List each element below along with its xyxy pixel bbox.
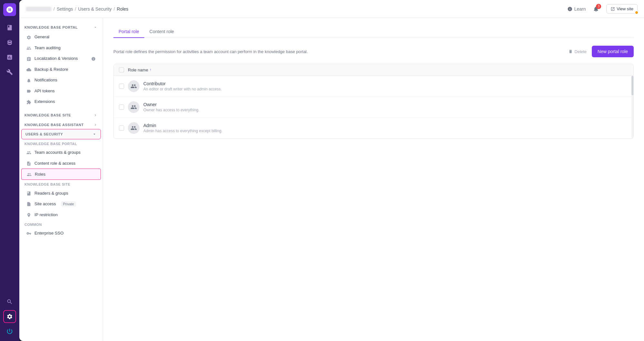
view-site-button[interactable]: View site bbox=[606, 4, 638, 14]
sidebar-item-team-auditing[interactable]: Team auditing bbox=[21, 42, 101, 53]
notification-badge: 3 bbox=[596, 4, 601, 9]
table-row[interactable]: Owner Owner has access to everything. bbox=[114, 97, 633, 118]
sidebar-item-notifications[interactable]: Notifications bbox=[21, 75, 101, 86]
ip-restriction-label: IP restriction bbox=[34, 212, 58, 217]
delete-label: Delete bbox=[574, 49, 587, 54]
sidebar-item-extensions[interactable]: Extensions bbox=[21, 96, 101, 107]
users-security-label: USERS & SECURITY bbox=[25, 132, 63, 136]
select-all-checkbox[interactable] bbox=[119, 67, 124, 72]
sidebar-kb-portal-header[interactable]: KNOWLEDGE BASE PORTAL bbox=[19, 22, 103, 32]
nav-knowledge-base[interactable] bbox=[3, 21, 16, 34]
roles-icon bbox=[27, 171, 32, 177]
tab-content-role[interactable]: Content role bbox=[144, 26, 179, 38]
api-tokens-label: API tokens bbox=[34, 88, 55, 93]
table-row[interactable]: Contributor An editor or draft writer wi… bbox=[114, 76, 633, 97]
kb-portal-label: KNOWLEDGE BASE PORTAL bbox=[24, 25, 78, 29]
owner-info: Owner Owner has access to everything. bbox=[143, 102, 199, 112]
sidebar-item-content-role[interactable]: Content role & access bbox=[21, 158, 101, 169]
sidebar-item-enterprise-sso[interactable]: Enterprise SSO bbox=[21, 228, 101, 239]
contributor-avatar bbox=[128, 80, 139, 92]
breadcrumb-blurred bbox=[26, 7, 52, 11]
delete-button[interactable]: Delete bbox=[568, 49, 587, 54]
general-icon bbox=[26, 34, 31, 40]
scroll-track bbox=[631, 76, 633, 139]
app-logo[interactable] bbox=[3, 3, 16, 16]
site-access-label: Site access bbox=[34, 201, 56, 206]
new-portal-role-button[interactable]: New portal role bbox=[592, 46, 634, 57]
enterprise-sso-icon bbox=[26, 230, 31, 236]
learn-label: Learn bbox=[574, 6, 586, 12]
enterprise-sso-label: Enterprise SSO bbox=[34, 231, 63, 235]
roles-list: Contributor An editor or draft writer wi… bbox=[114, 76, 633, 139]
kb-site-label: KNOWLEDGE BASE SITE bbox=[24, 113, 71, 117]
nav-settings[interactable] bbox=[3, 310, 16, 323]
extensions-label: Extensions bbox=[34, 99, 55, 104]
table-row[interactable]: Admin Admin has access to everything exc… bbox=[114, 118, 633, 139]
breadcrumb-settings[interactable]: Settings bbox=[57, 6, 73, 12]
row-checkbox-owner[interactable] bbox=[119, 105, 124, 110]
learn-button[interactable]: Learn bbox=[567, 6, 586, 12]
sidebar-item-localization[interactable]: Localization & Versions bbox=[21, 53, 101, 64]
role-name-col: Role name ↑ bbox=[128, 68, 151, 72]
team-auditing-label: Team auditing bbox=[34, 45, 61, 50]
nav-search[interactable] bbox=[3, 295, 16, 308]
notification-button[interactable]: 3 bbox=[591, 4, 601, 14]
kb-assistant-label: KNOWLEDGE BASE ASSISTANT bbox=[24, 123, 84, 127]
sidebar-item-readers-groups[interactable]: Readers & groups bbox=[21, 188, 101, 198]
team-accounts-label: Team accounts & groups bbox=[34, 150, 81, 155]
breadcrumb-sep3: / bbox=[114, 6, 115, 12]
content-area: KNOWLEDGE BASE PORTAL General Team audit… bbox=[19, 18, 644, 341]
breadcrumb: / Settings / Users & Security / Roles bbox=[26, 6, 128, 12]
header-right: Learn 3 View site bbox=[567, 4, 638, 14]
notifications-label: Notifications bbox=[34, 78, 57, 82]
owner-desc: Owner has access to everything. bbox=[143, 108, 199, 112]
roles-label: Roles bbox=[35, 172, 45, 177]
readers-groups-icon bbox=[26, 190, 31, 196]
breadcrumb-users-security[interactable]: Users & Security bbox=[78, 6, 111, 12]
ip-restriction-icon bbox=[26, 212, 31, 217]
nav-power[interactable] bbox=[3, 325, 16, 338]
roles-table: Role name ↑ Contributor bbox=[113, 64, 634, 139]
api-tokens-icon bbox=[26, 88, 31, 94]
admin-desc: Admin has access to everything except bi… bbox=[143, 129, 222, 133]
admin-info: Admin Admin has access to everything exc… bbox=[143, 123, 222, 133]
nav-analytics[interactable] bbox=[3, 51, 16, 64]
breadcrumb-sep1: / bbox=[53, 6, 55, 12]
sidebar-item-backup[interactable]: Backup & Restore bbox=[21, 64, 101, 75]
nav-tools[interactable] bbox=[3, 66, 16, 78]
sidebar-kb-assistant-header[interactable]: KNOWLEDGE BASE ASSISTANT bbox=[19, 119, 103, 129]
sort-icon[interactable]: ↑ bbox=[149, 68, 151, 72]
users-security-section[interactable]: USERS & SECURITY bbox=[21, 129, 101, 139]
row-checkbox-contributor[interactable] bbox=[119, 84, 124, 89]
sidebar-item-general[interactable]: General bbox=[21, 32, 101, 42]
page-tabs: Portal role Content role bbox=[113, 26, 634, 38]
main-area: / Settings / Users & Security / Roles Le… bbox=[19, 0, 644, 341]
view-site-label: View site bbox=[617, 6, 633, 11]
page-description: Portal role defines the permission for a… bbox=[113, 49, 568, 54]
roles-table-header: Role name ↑ bbox=[114, 64, 633, 76]
nav-database[interactable] bbox=[3, 36, 16, 49]
sidebar-item-team-accounts[interactable]: Team accounts & groups bbox=[21, 147, 101, 158]
sidebar-item-ip-restriction[interactable]: IP restriction bbox=[21, 209, 101, 220]
content-role-label: Content role & access bbox=[34, 161, 75, 166]
site-access-badge: Private bbox=[61, 201, 76, 207]
admin-avatar bbox=[128, 122, 139, 134]
sidebar-item-api-tokens[interactable]: API tokens bbox=[21, 86, 101, 97]
kb-portal-sub-label: KNOWLEDGE BASE PORTAL bbox=[19, 139, 103, 147]
sidebar-item-roles[interactable]: Roles bbox=[21, 169, 101, 180]
description-bar: Portal role defines the permission for a… bbox=[113, 46, 634, 57]
owner-avatar bbox=[128, 101, 139, 113]
page-content: Portal role Content role Portal role def… bbox=[103, 18, 644, 341]
sidebar-item-site-access[interactable]: Site access Private bbox=[21, 198, 101, 209]
backup-label: Backup & Restore bbox=[34, 67, 68, 72]
tab-portal-role[interactable]: Portal role bbox=[113, 26, 144, 38]
localization-icon bbox=[26, 56, 31, 61]
row-checkbox-admin[interactable] bbox=[119, 125, 124, 131]
content-role-icon bbox=[26, 160, 31, 166]
kb-site-sub-label: KNOWLEDGE BASE SITE bbox=[19, 180, 103, 188]
owner-name: Owner bbox=[143, 102, 199, 107]
general-label: General bbox=[34, 34, 49, 39]
site-access-icon bbox=[26, 201, 31, 207]
sidebar-kb-site-header[interactable]: KNOWLEDGE BASE SITE bbox=[19, 110, 103, 119]
scroll-thumb[interactable] bbox=[631, 76, 633, 95]
